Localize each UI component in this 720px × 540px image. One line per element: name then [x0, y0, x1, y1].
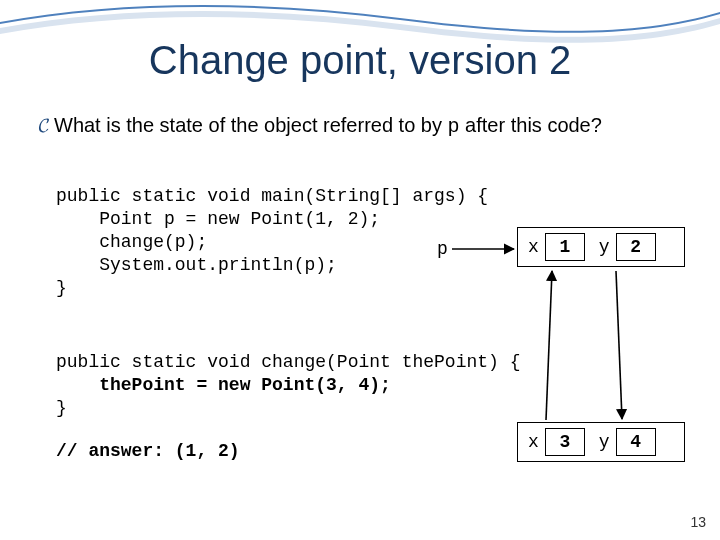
question-text: What is the state of the object referred… — [54, 112, 602, 140]
obj1-y-label: y — [589, 237, 616, 257]
svg-line-1 — [546, 271, 552, 420]
obj1-x-val: 1 — [545, 233, 585, 261]
question-var: p — [448, 115, 460, 138]
obj2-y-val: 4 — [616, 428, 656, 456]
code-change-method: public static void change(Point thePoint… — [56, 328, 520, 420]
question-bullet: 𝓒 What is the state of the object referr… — [38, 112, 682, 140]
question-post: after this code? — [460, 114, 602, 136]
svg-line-2 — [616, 271, 622, 419]
obj1-x-label: x — [518, 237, 545, 257]
code-change-close: } — [56, 398, 67, 418]
page-number: 13 — [690, 514, 706, 530]
obj2-x-val: 3 — [545, 428, 585, 456]
question-pre: What is the state of the object referred… — [54, 114, 448, 136]
point-object-2: x 3 y 4 — [517, 422, 685, 462]
code-main-method: public static void main(String[] args) {… — [56, 185, 488, 300]
bullet-icon: 𝓒 — [38, 112, 48, 138]
answer-text: // answer: (1, 2) — [56, 441, 240, 461]
obj2-x-label: x — [518, 432, 545, 452]
p-var-label: p — [437, 239, 448, 259]
point-object-1: x 1 y 2 — [517, 227, 685, 267]
code-change-body: thePoint = new Point(3, 4); — [56, 375, 391, 395]
slide-title: Change point, version 2 — [0, 38, 720, 83]
code-answer: // answer: (1, 2) — [56, 440, 240, 463]
code-change-sig: public static void change(Point thePoint… — [56, 352, 520, 372]
obj1-y-val: 2 — [616, 233, 656, 261]
obj2-y-label: y — [589, 432, 616, 452]
